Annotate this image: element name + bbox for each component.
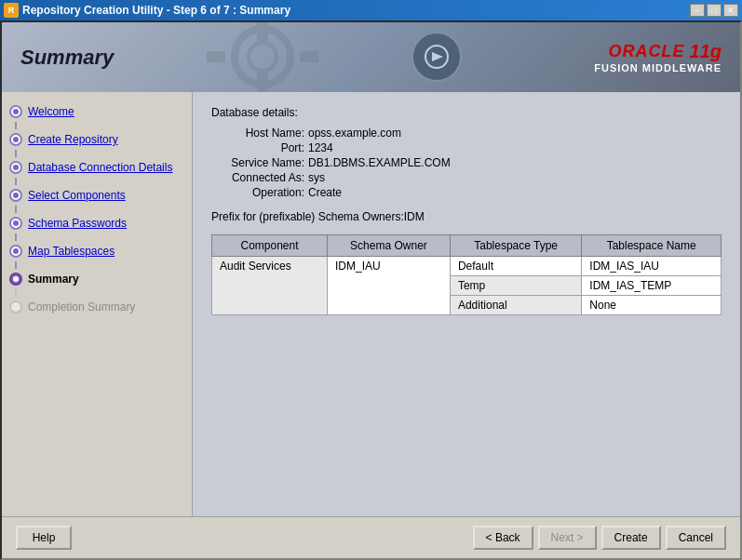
svg-point-9 [13,137,19,142]
sidebar-line-4 [15,206,17,213]
sidebar-dot-map-tablespaces [9,245,22,258]
cancel-button[interactable]: Cancel [666,526,726,550]
sidebar-dot-schema-passwords [9,217,22,230]
svg-rect-5 [300,51,318,62]
detail-row-port: Port: 1234 [211,141,722,154]
sidebar-line-6 [15,261,17,269]
sidebar-item-schema-passwords[interactable]: Schema Passwords [2,213,192,233]
cell-ts-name-default: IDM_IAS_IAU [582,257,722,276]
cell-schema-owner: IDM_IAU [328,257,451,315]
sidebar-item-create-repo[interactable]: Create Repository [2,129,192,150]
svg-marker-7 [432,52,443,61]
sidebar-dot-db-connection [9,161,22,174]
svg-point-8 [13,109,19,114]
sidebar-label-create-repo: Create Repository [28,133,118,146]
detail-value-connected: sys [308,171,325,184]
sidebar-label-db-connection: Database Connection Details [28,161,172,174]
sidebar-line-3 [15,178,17,185]
sidebar-label-welcome: Welcome [28,105,74,118]
sidebar-label-completion-summary: Completion Summary [28,300,135,313]
body-area: Welcome Create Repository Database Conne… [2,92,740,516]
fusion-text: FUSION MIDDLEWARE [594,62,722,73]
sidebar-dot-completion-summary [9,300,22,313]
cell-ts-type-temp: Temp [450,276,581,296]
cell-ts-name-temp: IDM_IAS_TEMP [582,276,722,296]
svg-point-14 [13,276,19,282]
close-button[interactable]: ✕ [723,4,738,17]
help-button[interactable]: Help [16,526,72,550]
main-window: Summary ORACLE 11g FUSION MIDDLEWARE Wel… [0,20,742,560]
back-button[interactable]: < Back [473,526,533,550]
footer-right: < Back Next > Create Cancel [473,526,726,550]
db-details-label: Database details: [211,106,722,119]
footer: Help < Back Next > Create Cancel [2,516,740,558]
detail-key-connected: Connected As: [211,171,304,184]
title-icon: R [4,3,19,18]
col-header-component: Component [212,235,328,257]
sidebar-dot-welcome [9,105,22,118]
svg-point-12 [13,220,19,226]
sidebar-label-select-components: Select Components [28,189,126,202]
header-title: Summary [20,46,114,70]
title-bar: R Repository Creation Utility - Step 6 o… [0,0,742,20]
detail-value-hostname: opss.example.com [308,127,401,140]
nav-icon [411,32,462,82]
svg-point-11 [13,193,19,198]
sidebar-item-summary[interactable]: Summary [2,269,192,289]
components-table: Component Schema Owner Tablespace Type T… [211,234,722,315]
prefix-text: Prefix for (prefixable) Schema Owners:ID… [211,210,722,223]
maximize-button[interactable]: □ [707,4,722,17]
cell-ts-type-additional: Additional [450,296,581,315]
detail-key-service: Service Name: [211,156,304,169]
table-row: Audit Services IDM_IAU Default IDM_IAS_I… [212,257,722,276]
svg-point-1 [249,43,277,71]
detail-key-port: Port: [211,141,304,154]
sidebar-item-select-components[interactable]: Select Components [2,185,192,206]
svg-point-10 [13,165,19,170]
sidebar-line-5 [15,233,17,241]
cell-component: Audit Services [212,257,328,315]
version-badge: 11g [690,41,722,62]
sidebar-item-completion-summary: Completion Summary [2,297,192,317]
detail-row-connected: Connected As: sys [211,171,722,184]
minimize-button[interactable]: − [690,4,705,17]
header: Summary ORACLE 11g FUSION MIDDLEWARE [2,22,740,92]
detail-key-operation: Operation: [211,186,304,199]
sidebar-label-map-tablespaces: Map Tablespaces [28,245,115,258]
detail-row-hostname: Host Name: opss.example.com [211,127,722,140]
title-bar-buttons: − □ ✕ [690,4,738,17]
col-header-schema-owner: Schema Owner [328,235,451,257]
detail-row-operation: Operation: Create [211,186,722,199]
details-table: Host Name: opss.example.com Port: 1234 S… [211,127,722,199]
oracle-logo: ORACLE 11g FUSION MIDDLEWARE [594,41,722,73]
svg-rect-3 [257,73,268,91]
sidebar-line-1 [15,122,17,129]
gear-decoration [207,22,318,92]
footer-left: Help [16,526,72,550]
cell-ts-name-additional: None [582,296,722,315]
sidebar-dot-select-components [9,189,22,202]
create-button[interactable]: Create [601,526,661,550]
sidebar-line-7 [15,289,17,297]
detail-value-operation: Create [308,186,342,199]
detail-row-service: Service Name: DB1.DBMS.EXAMPLE.COM [211,156,722,169]
sidebar-item-welcome[interactable]: Welcome [2,101,192,122]
oracle-text: ORACLE [609,42,685,61]
sidebar-dot-summary [9,273,22,286]
sidebar-dot-create-repo [9,133,22,146]
next-button[interactable]: Next > [538,526,597,550]
sidebar-item-map-tablespaces[interactable]: Map Tablespaces [2,241,192,261]
detail-value-port: 1234 [308,141,333,154]
sidebar-item-db-connection[interactable]: Database Connection Details [2,157,192,178]
cell-ts-type-default: Default [450,257,581,276]
content-area: Database details: Host Name: opss.exampl… [193,92,740,516]
title-bar-text: Repository Creation Utility - Step 6 of … [22,4,686,17]
sidebar-line-2 [15,150,17,157]
svg-rect-4 [207,51,225,62]
sidebar-label-schema-passwords: Schema Passwords [28,217,127,230]
col-header-tablespace-name: Tablespace Name [582,235,722,257]
detail-key-hostname: Host Name: [211,127,304,140]
svg-point-13 [13,248,19,254]
sidebar-label-summary: Summary [28,273,79,286]
col-header-tablespace-type: Tablespace Type [450,235,581,257]
